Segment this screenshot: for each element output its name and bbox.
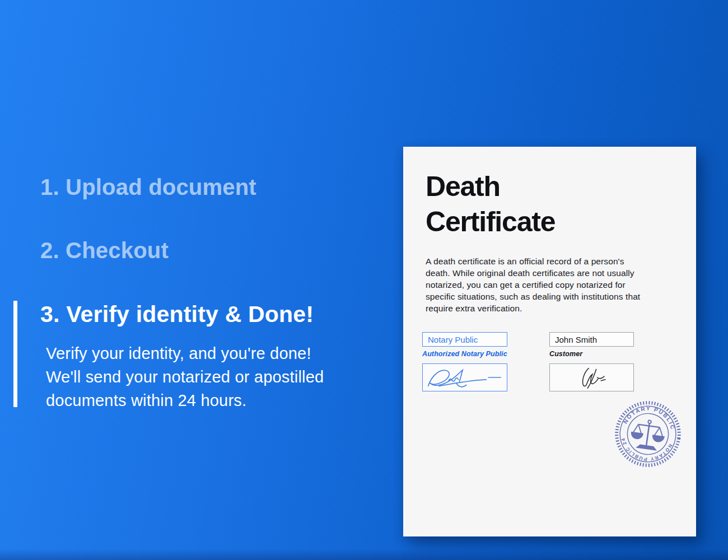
- active-step-description: Verify your identity, and you're done! W…: [46, 342, 404, 412]
- notary-stamp-seal: NOTARY PUBLIC NOTARY PUBLIC 24: [612, 398, 684, 470]
- customer-signature-icon: [550, 364, 633, 391]
- svg-text:NOTARY PUBLIC: NOTARY PUBLIC: [622, 402, 679, 431]
- document-description: A death certificate is an official recor…: [426, 255, 650, 314]
- step-item-checkout[interactable]: 2. Checkout: [40, 238, 169, 263]
- step-item-verify-identity[interactable]: 3. Verify identity & Done!: [40, 301, 314, 328]
- notary-name-field: Notary Public: [422, 332, 507, 347]
- notary-signature-icon: [423, 364, 507, 391]
- death-certificate-preview: Death Certificate A death certificate is…: [403, 147, 696, 536]
- customer-column: John Smith Customer: [549, 332, 634, 391]
- customer-field-label: Customer: [549, 350, 634, 358]
- scales-of-justice-icon: [629, 418, 666, 451]
- stamp-arc-top-text: NOTARY PUBLIC: [622, 402, 679, 431]
- active-step-indicator-bar: [13, 301, 17, 407]
- onboarding-slide: 1. Upload document 2. Checkout 3. Verify…: [0, 0, 728, 560]
- document-title: Death Certificate: [426, 169, 555, 240]
- customer-signature-box: [549, 363, 634, 391]
- notary-column: Notary Public Authorized Notary Public: [422, 332, 507, 391]
- notary-field-label: Authorized Notary Public: [422, 350, 507, 358]
- step-item-upload-document[interactable]: 1. Upload document: [40, 175, 256, 200]
- notary-signature-box: [422, 363, 507, 391]
- customer-name-field: John Smith: [549, 332, 634, 347]
